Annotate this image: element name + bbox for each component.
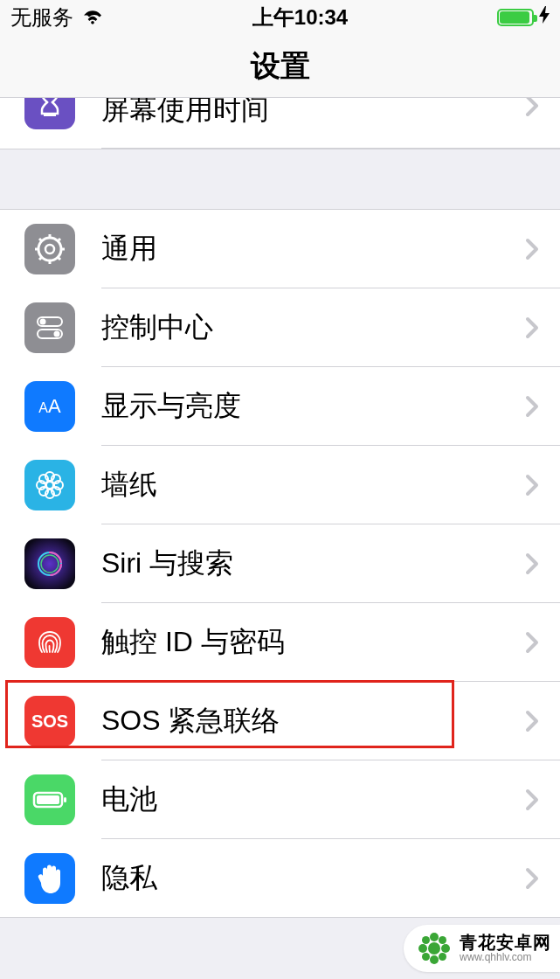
svg-point-31	[430, 955, 439, 964]
chevron-right-icon	[525, 98, 539, 117]
svg-point-34	[422, 936, 430, 944]
chevron-right-icon	[525, 867, 539, 890]
chevron-right-icon	[525, 474, 539, 496]
hand-icon	[24, 853, 75, 904]
svg-line-9	[58, 239, 61, 242]
row-label: 屏幕使用时间	[101, 98, 525, 129]
chevron-right-icon	[525, 395, 539, 418]
status-time: 上午10:34	[252, 3, 348, 31]
svg-rect-27	[37, 795, 59, 804]
chevron-right-icon	[525, 631, 539, 654]
svg-point-11	[40, 319, 46, 325]
chevron-right-icon	[525, 238, 539, 260]
svg-point-35	[439, 936, 446, 944]
charging-icon	[539, 6, 550, 29]
settings-row-touch-id[interactable]: 触控 ID 与密码	[0, 603, 560, 682]
flower-icon	[24, 460, 75, 510]
status-bar: 无服务 上午10:34	[0, 0, 560, 35]
gear-icon	[24, 224, 75, 274]
row-label: 电池	[101, 781, 525, 819]
chevron-right-icon	[525, 788, 539, 811]
status-right	[497, 6, 550, 29]
settings-row-privacy[interactable]: 隐私	[0, 839, 560, 918]
watermark-logo-icon	[416, 930, 453, 967]
carrier-text: 无服务	[10, 3, 73, 31]
row-label: 触控 ID 与密码	[101, 623, 525, 662]
settings-list: 通用 控制中心 AA 显示与亮度 墙纸 Siri 与搜索	[0, 210, 560, 918]
svg-point-29	[428, 942, 440, 955]
settings-row-control-center[interactable]: 控制中心	[0, 288, 560, 367]
svg-point-33	[441, 944, 450, 953]
svg-rect-28	[64, 797, 66, 802]
settings-row-display-brightness[interactable]: AA 显示与亮度	[0, 367, 560, 446]
wifi-icon	[82, 5, 103, 30]
settings-row-siri[interactable]: Siri 与搜索	[0, 524, 560, 603]
svg-line-8	[39, 257, 43, 260]
row-label: 隐私	[101, 859, 525, 898]
siri-icon	[24, 538, 75, 589]
chevron-right-icon	[525, 316, 539, 339]
chevron-right-icon	[525, 710, 539, 733]
row-label: Siri 与搜索	[101, 545, 525, 583]
battery-row-icon	[24, 774, 75, 825]
svg-line-7	[58, 257, 61, 260]
nav-bar: 设置	[0, 35, 560, 98]
svg-point-30	[430, 933, 439, 941]
toggles-icon	[24, 302, 75, 353]
settings-row-wallpaper[interactable]: 墙纸	[0, 446, 560, 524]
svg-point-37	[439, 953, 446, 961]
svg-point-32	[418, 944, 427, 953]
watermark-url: www.qhhlv.com	[460, 952, 551, 963]
hourglass-icon	[24, 98, 75, 129]
row-label: 墙纸	[101, 466, 525, 504]
section-gap	[0, 149, 560, 210]
row-label: 显示与亮度	[101, 387, 525, 426]
svg-point-25	[41, 555, 59, 573]
sos-icon: SOS	[24, 696, 75, 746]
svg-point-1	[45, 245, 54, 253]
row-label: 控制中心	[101, 309, 525, 347]
svg-point-36	[422, 953, 430, 961]
watermark-title: 青花安卓网	[460, 933, 551, 952]
row-label: SOS 紧急联络	[101, 702, 525, 740]
chevron-right-icon	[525, 552, 539, 575]
settings-row-screen-time[interactable]: 屏幕使用时间	[0, 98, 560, 149]
fingerprint-icon	[24, 617, 75, 668]
watermark: 青花安卓网 www.qhhlv.com	[404, 925, 560, 972]
display-icon: AA	[24, 381, 75, 432]
settings-row-sos[interactable]: SOS SOS 紧急联络	[0, 682, 560, 760]
svg-line-6	[39, 239, 43, 242]
row-label: 通用	[101, 230, 525, 268]
battery-icon	[497, 9, 534, 26]
status-left: 无服务	[10, 3, 103, 31]
page-title: 设置	[251, 46, 310, 87]
svg-point-13	[54, 331, 60, 337]
settings-row-battery[interactable]: 电池	[0, 760, 560, 839]
settings-row-general[interactable]: 通用	[0, 210, 560, 288]
